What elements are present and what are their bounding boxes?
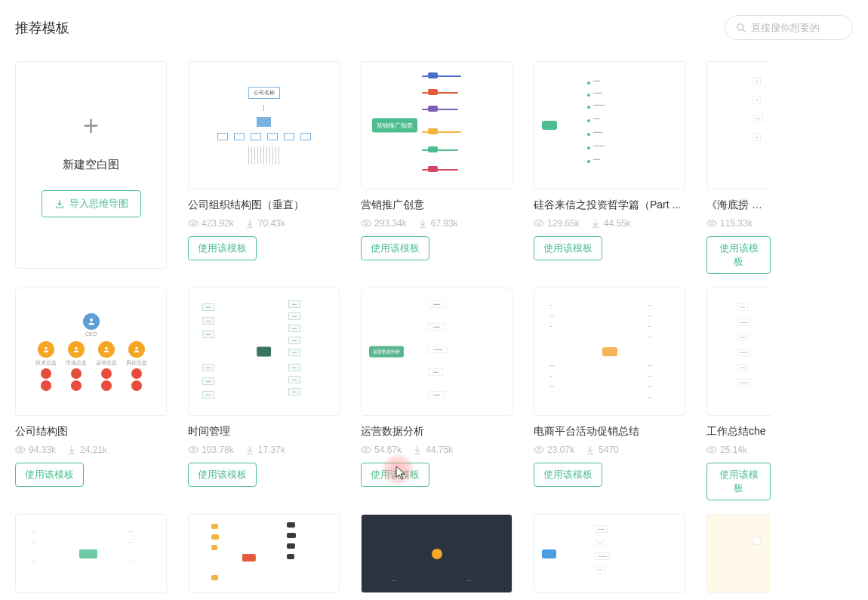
use-template-button[interactable]: 使用该模板 xyxy=(706,236,771,274)
downloads-icon xyxy=(245,445,255,455)
thumb-center-node: 营销推广创意 xyxy=(372,118,417,133)
use-template-button[interactable]: 使用该模板 xyxy=(534,236,602,260)
template-thumbnail[interactable]: ━━━━━━ ━━━━━━ ━━━━━━ ━━━━ ━━━━━━ xyxy=(188,288,340,416)
views-icon xyxy=(361,218,371,229)
views-icon xyxy=(706,445,717,455)
new-blank-card[interactable]: + 新建空白图 导入思维导图 xyxy=(15,61,167,269)
template-title: 时间管理 xyxy=(188,425,340,438)
use-template-button[interactable]: 使用该模板 xyxy=(706,463,771,500)
svg-point-10 xyxy=(135,346,137,349)
template-thumbnail[interactable]: 营销推广创意 xyxy=(361,61,512,189)
svg-line-1 xyxy=(743,29,746,32)
template-thumbnail[interactable]: ━━━━ xyxy=(361,514,512,593)
template-stats: 103.78k 17.37k xyxy=(188,445,340,455)
template-card: ━━━━━ ━━━━━━ xyxy=(534,514,685,593)
template-thumbnail[interactable]: CEO 技术总监 市场总监 运营总监 风控总监 xyxy=(15,288,167,416)
use-template-button[interactable]: 使用该模板 xyxy=(188,463,257,487)
template-thumbnail[interactable]: ━━━━━ ━━━━━ ━━━━━ xyxy=(706,288,771,416)
views-icon xyxy=(15,445,26,455)
page-title: 推荐模板 xyxy=(15,19,69,37)
views-icon xyxy=(188,445,199,455)
svg-point-2 xyxy=(192,222,195,225)
thumb-root-node: 公司名称 xyxy=(248,87,280,99)
template-title: 工作总结che xyxy=(706,425,771,438)
template-title: 电商平台活动促销总结 xyxy=(534,425,685,438)
template-thumbnail[interactable] xyxy=(706,514,771,593)
template-thumbnail[interactable]: ━━━ ━━━━ ━━━━━ ━━━ ━━━━ ━━━━━ ━━━ xyxy=(534,61,685,189)
template-card: ━━━━ ━━━━ ━━━━ xyxy=(15,514,167,593)
template-title: 《海底捞 你学 xyxy=(706,198,771,212)
template-card: ━━━ ━━━━ ━━━━ ━━━━ 《海底捞 你学 115.33k 使用该模板 xyxy=(706,61,771,274)
svg-point-11 xyxy=(19,448,22,451)
views-icon xyxy=(188,218,199,229)
use-template-button[interactable]: 使用该模板 xyxy=(361,236,429,260)
downloads-icon xyxy=(417,218,428,229)
template-card xyxy=(188,514,340,593)
svg-point-4 xyxy=(537,222,540,225)
template-title: 公司结构图 xyxy=(15,425,167,438)
template-thumbnail[interactable]: ━━━ ━━━━ ━━━━ ━━━━ xyxy=(706,61,771,189)
template-thumbnail[interactable]: ━━━━━ ━━━━━ ━━━━━ ━━━━━ ━━━━ ━━━━━ ━━━━━ xyxy=(534,288,685,416)
template-card: 公司名称 公司组织结构图（垂直） 423.92k 70.43k 使用该模板 xyxy=(188,61,340,274)
template-thumbnail[interactable]: ━━━━ ━━━━ ━━━━ xyxy=(15,514,167,593)
plus-icon: + xyxy=(83,112,99,140)
use-template-button[interactable]: 使用该模板 xyxy=(188,236,257,260)
views-icon xyxy=(706,218,717,229)
template-title: 公司组织结构图（垂直） xyxy=(188,198,340,212)
template-stats: 23.07k 5470 xyxy=(534,445,685,455)
svg-point-14 xyxy=(537,448,540,451)
template-card: 营销推广创意 营销推广创意 293.34k 67.93k xyxy=(361,61,512,274)
svg-point-3 xyxy=(365,222,368,225)
import-icon xyxy=(54,198,65,209)
use-template-button[interactable]: 使用该模板 xyxy=(15,463,84,487)
search-icon xyxy=(736,23,746,33)
svg-point-12 xyxy=(192,448,195,451)
template-card xyxy=(706,514,771,593)
downloads-icon xyxy=(412,445,423,455)
downloads-icon xyxy=(245,218,255,229)
template-stats: 129.65k 44.55k xyxy=(534,218,685,229)
svg-point-0 xyxy=(737,23,743,29)
downloads-icon xyxy=(585,445,596,455)
template-card: CEO 技术总监 市场总监 运营总监 风控总监 公司结构图 94.33k 24.… xyxy=(15,288,167,500)
template-card: 运营数据分析 ━━━ ━━━ ━━━━ ━━ ━━━ 运营数据分析 54.67k… xyxy=(361,288,512,500)
template-thumbnail[interactable]: 运营数据分析 ━━━ ━━━ ━━━━ ━━ ━━━ xyxy=(361,288,512,416)
svg-point-7 xyxy=(45,346,47,349)
template-stats: 293.34k 67.93k xyxy=(361,218,512,229)
downloads-icon xyxy=(590,218,601,229)
downloads-icon xyxy=(66,445,77,455)
template-stats: 54.67k 44.75k xyxy=(361,445,512,455)
views-icon xyxy=(534,218,544,229)
svg-point-15 xyxy=(710,448,713,451)
svg-point-6 xyxy=(90,318,93,322)
search-input[interactable] xyxy=(751,22,842,33)
views-icon xyxy=(361,445,371,455)
template-thumbnail[interactable]: 公司名称 xyxy=(188,61,340,189)
template-stats: 25.14k xyxy=(706,445,771,455)
import-mindmap-button[interactable]: 导入思维导图 xyxy=(42,190,141,217)
template-card: ━━━━━━ ━━━━━━ ━━━━━━ ━━━━ ━━━━━━ 时间管理 10… xyxy=(188,288,340,500)
template-title: 硅谷来信之投资哲学篇（Part ... xyxy=(534,198,685,212)
svg-point-5 xyxy=(710,222,713,225)
template-card: ━━━━━ ━━━━━ ━━━━━ 工作总结che 25.14k 使用该模板 xyxy=(706,288,771,500)
template-title: 运营数据分析 xyxy=(361,425,512,438)
template-card: ━━━━━ ━━━━━ ━━━━━ ━━━━━ ━━━━ ━━━━━ ━━━━━… xyxy=(534,288,685,500)
new-blank-label: 新建空白图 xyxy=(63,158,119,172)
template-stats: 423.92k 70.43k xyxy=(188,218,340,229)
search-box[interactable] xyxy=(725,15,853,40)
import-label: 导入思维导图 xyxy=(69,197,128,211)
template-stats: 94.33k 24.21k xyxy=(15,445,167,455)
template-thumbnail[interactable]: ━━━━━ ━━━━━━ xyxy=(534,514,685,593)
svg-point-13 xyxy=(365,448,368,451)
template-stats: 115.33k xyxy=(706,218,771,229)
svg-point-8 xyxy=(75,346,77,349)
template-thumbnail[interactable] xyxy=(188,514,340,593)
svg-point-9 xyxy=(105,346,107,349)
template-card: ━━━ ━━━━ ━━━━━ ━━━ ━━━━ ━━━━━ ━━━ 硅谷来信之投… xyxy=(534,61,685,274)
template-card: ━━━━ xyxy=(361,514,512,593)
views-icon xyxy=(534,445,544,455)
use-template-button[interactable]: 使用该模板 xyxy=(361,463,429,487)
template-title: 营销推广创意 xyxy=(361,198,512,212)
use-template-button[interactable]: 使用该模板 xyxy=(534,463,602,487)
